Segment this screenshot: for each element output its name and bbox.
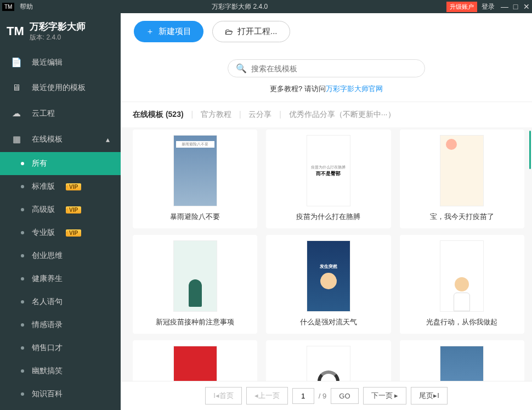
template-thumbnail — [307, 346, 350, 381]
sidebar: 📄 最近编辑 🖥 最近使用的模板 ☁ 云工程 ▦ 在线模板 ▴ 所有标准版VIP… — [0, 49, 121, 410]
template-card[interactable]: 光盘行动，从你我做起 — [400, 235, 524, 334]
template-card[interactable] — [133, 340, 257, 381]
sidebar-category-9[interactable]: 幽默搞笑 — [0, 360, 121, 383]
help-menu[interactable]: 帮助 — [20, 2, 33, 12]
template-title: 暴雨避险八不要 — [133, 212, 257, 222]
template-grid: 暴雨避险八不要疫苗为什么打在胳膊而不是臀部疫苗为什么打在胳膊宝，我今天打疫苗了新… — [133, 130, 524, 381]
template-thumbnail — [173, 135, 217, 206]
template-title: 光盘行动，从你我做起 — [400, 317, 524, 327]
template-title: 新冠疫苗接种前注意事项 — [133, 317, 257, 327]
official-site-link[interactable]: 万彩字影大师官网 — [326, 85, 383, 93]
category-label: 所有 — [32, 159, 47, 169]
last-page-button[interactable]: 尾页▸I — [411, 387, 448, 405]
template-card[interactable] — [400, 340, 524, 381]
sidebar-category-5[interactable]: 健康养生 — [0, 267, 121, 290]
template-card[interactable]: 宝，我今天打疫苗了 — [400, 130, 524, 228]
template-card[interactable] — [266, 340, 390, 381]
open-project-button[interactable]: 🗁 打开工程... — [212, 21, 290, 42]
tab-works-share[interactable]: 优秀作品分享（不断更新中···） — [289, 110, 395, 119]
upgrade-button[interactable]: 升级账户 — [446, 2, 477, 12]
first-page-button[interactable]: I◂首页 — [205, 387, 242, 405]
template-title: 宝，我今天打疫苗了 — [400, 212, 524, 222]
topbar: TM 万彩字影大师 版本: 2.4.0 ＋ 新建项目 🗁 打开工程... — [0, 13, 532, 49]
maximize-button[interactable]: □ — [510, 2, 521, 11]
tab-cloud-share[interactable]: 云分享 — [248, 110, 271, 119]
sidebar-category-3[interactable]: 专业版VIP — [0, 221, 121, 244]
template-icon: ▦ — [11, 134, 22, 144]
bullet-icon — [21, 346, 24, 350]
app-logo: TM — [7, 24, 24, 38]
sidebar-category-1[interactable]: 标准版VIP — [0, 175, 121, 198]
category-label: 健康养生 — [32, 274, 63, 284]
bullet-icon — [21, 392, 24, 396]
sidebar-recent-edit[interactable]: 📄 最近编辑 — [0, 49, 121, 75]
cloud-icon: ☁ — [11, 108, 22, 119]
search-icon: 🔍 — [236, 63, 247, 74]
sidebar-online-templates[interactable]: ▦ 在线模板 ▴ — [0, 126, 121, 152]
sidebar-cloud-project[interactable]: ☁ 云工程 — [0, 100, 121, 126]
close-button[interactable]: ✕ — [521, 2, 532, 11]
new-project-button[interactable]: ＋ 新建项目 — [134, 21, 203, 42]
bullet-icon — [21, 369, 24, 373]
tab-online-templates[interactable]: 在线模板 (523) — [133, 110, 184, 119]
sidebar-recent-templates[interactable]: 🖥 最近使用的模板 — [0, 75, 121, 100]
sidebar-category-2[interactable]: 高级版VIP — [0, 198, 121, 221]
sidebar-category-6[interactable]: 名人语句 — [0, 290, 121, 313]
category-label: 销售口才 — [32, 343, 63, 353]
template-title: 什么是强对流天气 — [266, 317, 390, 327]
sidebar-category-0[interactable]: 所有 — [0, 152, 121, 175]
window-title: 万彩字影大师 2.4.0 — [33, 2, 446, 12]
sidebar-category-7[interactable]: 情感语录 — [0, 313, 121, 336]
vip-badge: VIP — [66, 183, 81, 190]
main-content: 🔍 更多教程? 请访问万彩字影大师官网 在线模板 (523) | 官方教程 | … — [121, 49, 532, 410]
page-total: / 9 — [319, 392, 326, 400]
bullet-icon — [21, 277, 24, 280]
login-button[interactable]: 登录 — [482, 2, 495, 12]
category-label: 幽默搞笑 — [32, 366, 63, 376]
minimize-button[interactable]: — — [499, 2, 510, 11]
search-input[interactable] — [251, 64, 417, 73]
pagination: I◂首页 ◂上一页 / 9 GO 下一页 ▸ 尾页▸I — [121, 381, 532, 410]
bullet-icon — [21, 323, 24, 327]
plus-icon: ＋ — [146, 26, 154, 37]
template-thumbnail: 发生突然 — [307, 240, 350, 312]
template-card[interactable]: 疫苗为什么打在胳膊而不是臀部疫苗为什么打在胳膊 — [266, 130, 390, 228]
bullet-icon — [21, 162, 24, 165]
page-input[interactable] — [292, 388, 314, 404]
template-thumbnail — [440, 346, 484, 381]
category-label: 专业版 — [32, 228, 55, 238]
sidebar-category-4[interactable]: 创业思维 — [0, 244, 121, 267]
template-thumbnail — [173, 240, 217, 312]
template-card[interactable]: 新冠疫苗接种前注意事项 — [133, 235, 257, 334]
category-label: 名人语句 — [32, 297, 63, 307]
template-thumbnail — [440, 135, 484, 206]
template-card[interactable]: 发生突然什么是强对流天气 — [266, 235, 390, 334]
chevron-up-icon: ▴ — [106, 135, 110, 144]
more-tutorial-text: 更多教程? 请访问万彩字影大师官网 — [121, 84, 532, 94]
go-page-button[interactable]: GO — [331, 388, 358, 404]
next-page-button[interactable]: 下一页 ▸ — [363, 387, 407, 405]
search-box[interactable]: 🔍 — [228, 59, 425, 77]
scrollbar-thumb[interactable] — [529, 131, 531, 169]
category-label: 标准版 — [32, 182, 55, 192]
category-label: 高级版 — [32, 205, 55, 215]
sidebar-category-8[interactable]: 销售口才 — [0, 336, 121, 360]
bullet-icon — [21, 300, 24, 304]
bullet-icon — [21, 185, 24, 188]
open-project-label: 打开工程... — [237, 26, 278, 37]
template-card[interactable]: 暴雨避险八不要 — [133, 130, 257, 228]
sidebar-item-label: 云工程 — [32, 109, 55, 119]
category-label: 知识百科 — [32, 389, 63, 399]
bullet-icon — [21, 231, 24, 234]
vip-badge: VIP — [66, 206, 81, 214]
folder-icon: 🗁 — [225, 27, 233, 36]
prev-page-button[interactable]: ◂上一页 — [246, 387, 288, 405]
category-label: 创业思维 — [32, 251, 63, 261]
app-version: 版本: 2.4.0 — [30, 33, 86, 42]
app-identity: TM 万彩字影大师 版本: 2.4.0 — [0, 13, 121, 49]
template-tabs: 在线模板 (523) | 官方教程 | 云分享 | 优秀作品分享（不断更新中··… — [121, 102, 532, 127]
tab-official-tutorial[interactable]: 官方教程 — [201, 110, 231, 119]
sidebar-category-10[interactable]: 知识百科 — [0, 383, 121, 406]
vip-badge: VIP — [66, 229, 81, 237]
sidebar-item-label: 在线模板 — [32, 134, 63, 144]
